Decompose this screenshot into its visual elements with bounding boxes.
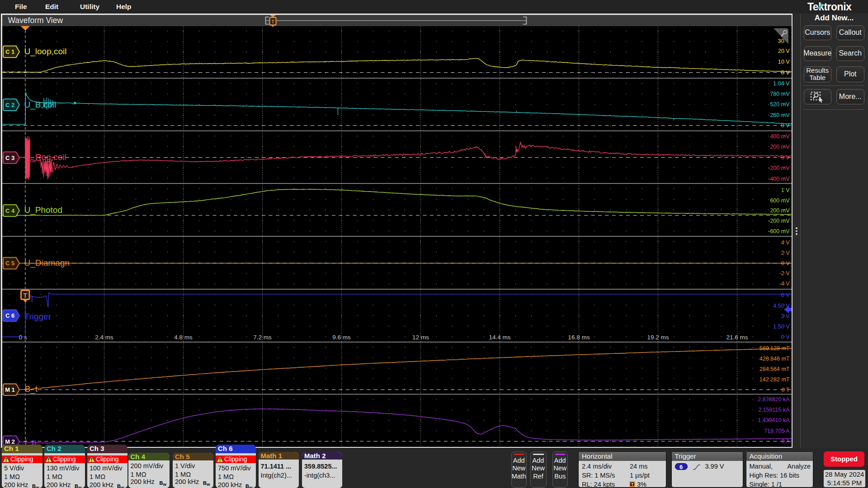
svg-text:U_B,coil: U_B,coil: [24, 100, 56, 110]
svg-text:9.6 ms: 9.6 ms: [332, 334, 351, 341]
svg-text:C 5: C 5: [5, 260, 14, 267]
svg-text:-200 mV: -200 mV: [768, 218, 790, 224]
svg-text:1.439410 kA: 1.439410 kA: [758, 417, 790, 423]
svg-text:-2 V: -2 V: [779, 270, 790, 277]
svg-text:T: T: [23, 292, 27, 299]
svg-text:12 ms: 12 ms: [412, 334, 429, 341]
svg-text:C 2: C 2: [5, 102, 14, 108]
svg-text:10 V: 10 V: [778, 59, 789, 65]
svg-text:20 V: 20 V: [778, 48, 789, 54]
svg-text:-600 mV: -600 mV: [768, 228, 790, 235]
svg-text:600 mV: 600 mV: [770, 197, 790, 204]
svg-text:C 1: C 1: [5, 48, 14, 55]
svg-text:21.6 ms: 21.6 ms: [726, 334, 748, 341]
svg-text:Trigger: Trigger: [24, 312, 51, 321]
svg-text:780 mV: 780 mV: [770, 91, 790, 97]
svg-text:200 mV: 200 mV: [770, 144, 790, 150]
svg-text:400 mV: 400 mV: [770, 133, 790, 140]
svg-text:426.846 mT: 426.846 mT: [759, 356, 789, 362]
svg-text:1 V: 1 V: [781, 187, 789, 193]
svg-text:M 2: M 2: [5, 438, 15, 445]
svg-text:U_loop,coil: U_loop,coil: [24, 47, 66, 56]
svg-text:6 V: 6 V: [781, 292, 789, 298]
svg-text:2.4 ms: 2.4 ms: [95, 334, 113, 341]
svg-text:1.50 V: 1.50 V: [773, 324, 790, 330]
svg-text:2.159115 kA: 2.159115 kA: [758, 407, 790, 413]
svg-text:C 4: C 4: [5, 207, 14, 214]
svg-text:3 V: 3 V: [781, 313, 789, 319]
svg-text:7.2 ms: 7.2 ms: [253, 334, 272, 341]
svg-text:260 mV: 260 mV: [770, 112, 790, 118]
svg-text:520 mV: 520 mV: [770, 101, 790, 108]
svg-text:142.282 mT: 142.282 mT: [759, 376, 789, 383]
svg-text:C 3: C 3: [5, 155, 14, 161]
svg-text:719.705 A: 719.705 A: [764, 428, 790, 434]
svg-text:200 mV: 200 mV: [770, 207, 790, 214]
svg-text:-400 mV: -400 mV: [768, 176, 790, 182]
svg-text:T: T: [631, 482, 634, 486]
svg-text:0 V: 0 V: [781, 334, 789, 340]
svg-text:30: 30: [778, 38, 784, 44]
svg-text:1.04 V: 1.04 V: [773, 80, 790, 87]
svg-text:14.4 ms: 14.4 ms: [489, 334, 510, 341]
svg-text:16.8 ms: 16.8 ms: [568, 334, 590, 341]
svg-text:19.2 ms: 19.2 ms: [647, 334, 669, 341]
svg-text:4.8 ms: 4.8 ms: [174, 334, 193, 341]
svg-text:2 V: 2 V: [781, 250, 789, 256]
svg-text:M 1: M 1: [5, 386, 15, 393]
svg-text:2.878820 kA: 2.878820 kA: [758, 396, 790, 403]
svg-text:T: T: [271, 19, 274, 24]
svg-text:4 V: 4 V: [781, 239, 789, 246]
svg-text:-4 V: -4 V: [779, 281, 790, 287]
svg-text:U_Photod: U_Photod: [24, 205, 62, 215]
svg-text:284.564 mT: 284.564 mT: [759, 366, 789, 372]
svg-text:C 6: C 6: [5, 312, 14, 319]
svg-text:-200 mV: -200 mV: [768, 165, 790, 171]
